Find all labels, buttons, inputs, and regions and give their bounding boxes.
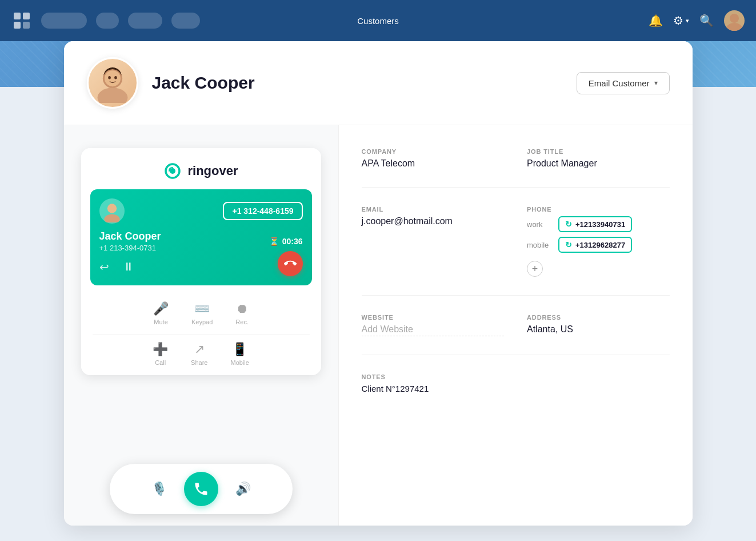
svg-point-10 [114, 76, 117, 79]
timer-hourglass-icon: ⏳ [269, 237, 279, 246]
call-area-info: Jack Cooper +1 213-394-0731 ⏳ 00:36 [99, 230, 303, 252]
mobile-icon: 📱 [232, 342, 247, 357]
main-content-card: Jack Cooper Email Customer ▾ ringover [64, 41, 693, 526]
notes-value: Client N°1297421 [362, 384, 670, 393]
phone-mobile-badge[interactable]: ↻ +13129628277 [558, 237, 632, 253]
job-title-group: JOB TITLE Product Manager [527, 148, 670, 169]
volume-icon[interactable]: 🔊 [235, 482, 251, 496]
customer-avatar [87, 57, 138, 109]
rec-icon: ⏺ [236, 301, 249, 316]
address-label: ADDRESS [527, 314, 670, 321]
mobile-button[interactable]: 📱 Mobile [230, 342, 249, 366]
timer-value: 00:36 [282, 237, 303, 246]
svg-point-13 [107, 204, 116, 213]
svg-point-4 [730, 14, 739, 23]
detail-grid: COMPANY APA Telecom JOB TITLE Product Ma… [362, 148, 670, 393]
right-panel: COMPANY APA Telecom JOB TITLE Product Ma… [338, 125, 693, 526]
email-value: j.cooper@hotmail.com [362, 216, 505, 226]
job-title-value: Product Manager [527, 158, 670, 169]
phone-mobile-type: mobile [527, 241, 553, 249]
svg-point-7 [97, 88, 127, 103]
nav-pill-3[interactable] [128, 13, 162, 29]
microphone-icon[interactable]: 🎙️ [151, 482, 167, 496]
phone-entries: work ↻ +12133940731 mobile ↻ +1312962827… [527, 216, 670, 277]
customer-header: Jack Cooper Email Customer ▾ [64, 41, 693, 125]
divider-1 [362, 187, 670, 188]
website-placeholder[interactable]: Add Website [362, 324, 505, 336]
topbar-right-actions: 🔔 ⚙ ▾ 🔍 [649, 10, 745, 31]
add-call-label: Call [155, 359, 166, 366]
email-customer-chevron: ▾ [654, 79, 658, 87]
svg-point-14 [104, 214, 119, 222]
body-split: ringover +1 312-448-6159 [64, 125, 693, 526]
svg-rect-0 [14, 13, 21, 19]
phone-work-row: work ↻ +12133940731 [527, 216, 670, 232]
ringover-brand: ringover [187, 164, 238, 178]
mute-button[interactable]: 🎤 Mute [153, 301, 169, 325]
rec-button[interactable]: ⏺ Rec. [235, 301, 249, 325]
left-panel: ringover +1 312-448-6159 [64, 125, 338, 526]
email-customer-label: Email Customer [589, 78, 650, 88]
phone-work-badge[interactable]: ↻ +12133940731 [558, 216, 632, 232]
email-customer-button[interactable]: Email Customer ▾ [577, 72, 670, 94]
nav-active-label[interactable]: Customers [357, 16, 399, 26]
call-controls-top: 🎤 Mute ⌨️ Keypad ⏺ Rec. [81, 295, 321, 335]
pause-button[interactable]: ⏸ [123, 260, 134, 274]
svg-rect-3 [23, 22, 30, 29]
keypad-label: Keypad [191, 319, 213, 325]
svg-point-9 [108, 76, 111, 79]
app-logo [11, 10, 32, 31]
svg-point-5 [726, 23, 742, 31]
phone-mobile-number: +13129628277 [575, 241, 625, 249]
user-avatar[interactable] [724, 10, 745, 31]
redial-button[interactable]: ↩ [99, 260, 109, 274]
share-label: Share [191, 359, 207, 366]
keypad-icon: ⌨️ [194, 301, 210, 316]
refresh-mobile-icon: ↻ [565, 240, 572, 249]
job-title-label: JOB TITLE [527, 148, 670, 155]
hangup-button[interactable] [278, 251, 303, 276]
notes-group: NOTES Client N°1297421 [362, 373, 670, 393]
svg-rect-1 [23, 13, 30, 19]
mute-icon: 🎤 [153, 301, 169, 316]
divider-2 [362, 295, 670, 296]
refresh-work-icon: ↻ [565, 220, 572, 229]
customer-name: Jack Cooper [152, 73, 255, 93]
ringover-header: ringover [81, 148, 321, 189]
caller-mini-avatar [99, 198, 125, 224]
share-icon: ↗ [194, 342, 205, 357]
redial-icon: ↩ [99, 260, 109, 274]
caller-details: Jack Cooper +1 213-394-0731 [99, 230, 161, 252]
nav-pill-4[interactable] [171, 13, 200, 29]
phone-work-type: work [527, 220, 553, 229]
svg-point-12 [170, 168, 175, 174]
website-group: WEBSITE Add Website [362, 314, 505, 336]
settings-menu[interactable]: ⚙ ▾ [673, 14, 689, 27]
svg-point-8 [105, 70, 121, 86]
call-timer: ⏳ 00:36 [269, 237, 303, 246]
call-area-top: +1 312-448-6159 [99, 198, 303, 224]
rec-label: Rec. [235, 319, 249, 325]
nav-pill-2[interactable] [96, 13, 119, 29]
company-value: APA Telecom [362, 158, 505, 169]
floating-call-button[interactable] [184, 472, 218, 506]
email-label: EMAIL [362, 206, 505, 213]
divider-3 [362, 355, 670, 355]
email-group: EMAIL j.cooper@hotmail.com [362, 206, 505, 277]
phone-work-number: +12133940731 [575, 220, 625, 229]
address-value: Atlanta, US [527, 324, 670, 335]
add-phone-button[interactable]: + [527, 261, 543, 277]
mute-label: Mute [154, 319, 167, 325]
website-label: WEBSITE [362, 314, 505, 321]
notifications-icon[interactable]: 🔔 [649, 14, 663, 27]
add-call-button[interactable]: ➕ Call [153, 342, 168, 366]
search-icon[interactable]: 🔍 [699, 14, 714, 27]
phone-mobile-row: mobile ↻ +13129628277 [527, 237, 670, 253]
keypad-button[interactable]: ⌨️ Keypad [191, 301, 213, 325]
topbar: Customers 🔔 ⚙ ▾ 🔍 [0, 0, 756, 41]
nav-pill-1[interactable] [41, 13, 87, 29]
share-button[interactable]: ↗ Share [191, 342, 207, 366]
ringover-card: ringover +1 312-448-6159 [81, 148, 321, 375]
company-group: COMPANY APA Telecom [362, 148, 505, 169]
mobile-label: Mobile [230, 359, 249, 366]
